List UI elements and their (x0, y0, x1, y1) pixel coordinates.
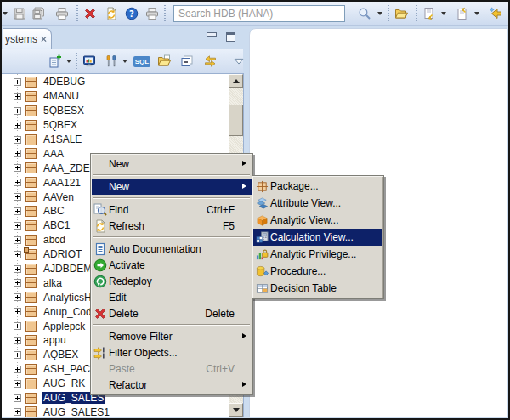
previous-annotation-button[interactable] (453, 4, 472, 23)
tools-icon (105, 54, 118, 68)
last-edit-location-button[interactable] (486, 4, 505, 23)
package-icon (26, 393, 37, 404)
scroll-up-button[interactable] (229, 74, 243, 88)
menu-item-remove-filter[interactable]: Remove Filter (92, 328, 252, 344)
toolbar-dropdown-caret[interactable] (3, 12, 8, 15)
previous-annotation-caret[interactable] (474, 12, 479, 15)
expander-plus-icon[interactable] (14, 322, 21, 330)
expander-plus-icon[interactable] (14, 93, 21, 100)
tree-item[interactable]: 4MANU (2, 89, 228, 104)
menu-item-new[interactable]: New (92, 156, 252, 172)
expander-plus-icon[interactable] (14, 408, 21, 416)
expander-plus-icon[interactable] (14, 164, 21, 172)
tree-item[interactable]: 4DEBUG (2, 75, 228, 89)
save-icon (13, 7, 26, 20)
svg-text:?: ? (129, 9, 134, 18)
menu-item-auto-documentation[interactable]: Auto Documentation (92, 241, 252, 257)
expander-plus-icon[interactable] (14, 136, 21, 144)
menu-item-analytic-view[interactable]: Analytic View... (253, 212, 382, 229)
administration-console-button[interactable] (80, 52, 99, 71)
view-menu-button[interactable] (230, 52, 248, 71)
open-file-button[interactable] (155, 52, 173, 71)
menu-item-find[interactable]: FindCtrl+F (92, 201, 252, 218)
print-2-button[interactable] (143, 4, 162, 23)
expander-plus-icon[interactable] (14, 150, 21, 157)
collapse-all-button[interactable] (178, 52, 196, 71)
minimize-button[interactable] (207, 32, 216, 40)
tools-button[interactable] (102, 52, 121, 71)
expander-plus-icon[interactable] (14, 236, 21, 244)
search-input[interactable] (173, 5, 345, 22)
tree-item[interactable]: AUG_SALES1 (2, 405, 228, 417)
package-icon (26, 91, 37, 102)
help-button[interactable]: ? (122, 4, 141, 23)
maximize-button[interactable] (226, 32, 235, 42)
tab-systems-label: ystems (5, 33, 37, 45)
expander-plus-icon[interactable] (14, 107, 21, 115)
search-dropdown-caret[interactable] (377, 12, 382, 15)
next-annotation-caret[interactable] (441, 12, 446, 15)
refresh-file-button[interactable] (102, 4, 121, 23)
expander-plus-icon[interactable] (14, 337, 21, 344)
menu-item-activate[interactable]: Activate (92, 257, 252, 273)
save-all-button[interactable] (29, 4, 48, 23)
expander-plus-icon[interactable] (14, 193, 21, 201)
tools-caret[interactable] (122, 60, 128, 63)
refresh-sync-icon (203, 54, 218, 68)
print-button[interactable] (53, 4, 71, 23)
tab-systems[interactable]: ystems (3, 28, 52, 49)
close-icon[interactable] (40, 34, 48, 44)
scrollbar-thumb[interactable] (229, 105, 243, 136)
add-system-caret[interactable] (66, 60, 71, 63)
analytic-privilege-icon (256, 248, 269, 261)
redeploy-icon (94, 275, 107, 288)
menu-item-analytic-privilege[interactable]: Analytic Privilege... (253, 246, 382, 263)
expander-plus-icon[interactable] (14, 351, 21, 359)
expander-plus-icon[interactable] (14, 207, 21, 215)
open-resource-button[interactable] (392, 4, 411, 23)
save-button[interactable] (10, 4, 29, 23)
menu-item-refactor[interactable]: Refactor (92, 377, 252, 393)
expander-plus-icon[interactable] (14, 179, 21, 186)
menu-item-edit[interactable]: Edit (92, 289, 252, 305)
tree-item[interactable]: 5QBEX (2, 118, 228, 133)
expander-plus-icon[interactable] (14, 122, 21, 129)
expander-plus-icon[interactable] (14, 394, 21, 402)
menu-item-decision-table[interactable]: Decision Table (253, 280, 382, 297)
menu-item-redeploy[interactable]: Redeploy (92, 273, 252, 289)
menu-item-procedure[interactable]: Procedure... (253, 263, 382, 280)
expander-plus-icon[interactable] (14, 308, 21, 315)
expander-plus-icon[interactable] (14, 279, 21, 287)
menu-item-filter-objects[interactable]: Filter Objects... (92, 344, 252, 360)
menu-item-refresh[interactable]: RefreshF5 (92, 218, 252, 234)
next-annotation-button[interactable] (420, 4, 439, 23)
menu-item-calculation-view[interactable]: Calculation View... (253, 229, 382, 246)
analytic-view-icon (256, 214, 269, 227)
tree-item[interactable]: 5QBESX (2, 104, 228, 118)
package-icon (26, 191, 37, 202)
scroll-down-button[interactable] (229, 403, 243, 417)
menu-item-package[interactable]: Package... (253, 178, 382, 195)
expander-plus-icon[interactable] (14, 251, 21, 258)
expander-plus-icon[interactable] (14, 222, 21, 230)
expander-plus-icon[interactable] (14, 78, 21, 86)
menu-item-attribute-view[interactable]: Attribute View... (253, 195, 382, 212)
expander-plus-icon[interactable] (14, 380, 21, 388)
refresh-button[interactable] (201, 52, 219, 71)
package-icon (26, 406, 37, 417)
expander-plus-icon[interactable] (14, 293, 21, 301)
menu-item-delete[interactable]: DeleteDelete (92, 305, 252, 321)
expander-plus-icon[interactable] (14, 366, 21, 373)
sql-console-icon: SQL (133, 56, 150, 67)
tree-item[interactable]: A1SALE (2, 133, 228, 147)
search-button[interactable] (355, 4, 374, 23)
add-system-button[interactable] (46, 52, 65, 71)
sql-console-button[interactable]: SQL (133, 52, 151, 71)
menu-item-new-modeler[interactable]: New (92, 179, 252, 195)
find-icon (94, 203, 107, 217)
menu-item-paste: PasteCtrl+V (92, 360, 252, 377)
expander-plus-icon[interactable] (14, 265, 21, 273)
delete-button[interactable] (81, 4, 99, 23)
package-icon (26, 378, 37, 389)
toolbar-separator (76, 53, 77, 70)
